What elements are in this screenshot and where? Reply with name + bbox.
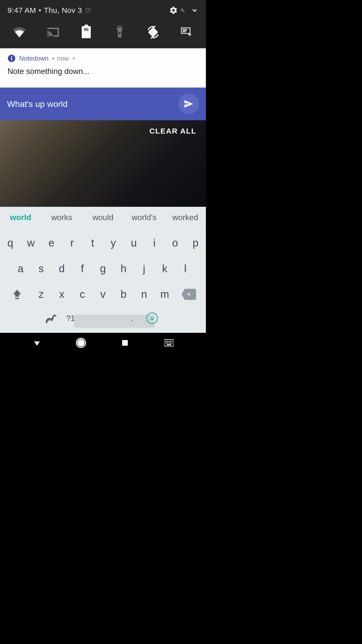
notification-header: Notedown • now bbox=[8, 54, 198, 62]
key-q[interactable]: q bbox=[0, 230, 21, 256]
key-g[interactable]: g bbox=[93, 256, 113, 281]
cast-tile[interactable] bbox=[45, 25, 60, 40]
wifi-tile[interactable] bbox=[12, 25, 27, 40]
keyboard-row-1: q w e r t y u i o p bbox=[0, 230, 206, 256]
notification-app-name: Notedown bbox=[19, 55, 49, 62]
settings-icon[interactable] bbox=[169, 6, 178, 15]
statusbar-time: 9:47 AM bbox=[8, 6, 36, 15]
suggestion-strip: world works would world's worked bbox=[0, 207, 206, 228]
wallpaper-area: CLEAR ALL bbox=[0, 120, 206, 207]
navigation-bar bbox=[0, 333, 206, 353]
key-m[interactable]: m bbox=[154, 281, 175, 307]
key-x[interactable]: x bbox=[52, 281, 72, 307]
statusbar-date: Thu, Nov 3 bbox=[44, 6, 82, 15]
svg-point-12 bbox=[11, 56, 12, 57]
key-w[interactable]: w bbox=[21, 230, 41, 256]
suggestion-4[interactable]: worked bbox=[165, 207, 206, 228]
svg-point-19 bbox=[78, 340, 84, 346]
gesture-key[interactable] bbox=[41, 307, 61, 329]
svg-rect-2 bbox=[119, 32, 120, 34]
key-l[interactable]: l bbox=[175, 256, 196, 281]
key-b[interactable]: b bbox=[113, 281, 134, 307]
key-f[interactable]: f bbox=[72, 256, 93, 281]
key-v[interactable]: v bbox=[93, 281, 113, 307]
suggestion-0[interactable]: world bbox=[0, 207, 41, 228]
notification-timestamp: now bbox=[57, 55, 69, 62]
key-e[interactable]: e bbox=[41, 230, 62, 256]
flashlight-tile[interactable] bbox=[112, 25, 127, 40]
quick-settings-row: 96 bbox=[0, 20, 206, 48]
svg-point-17 bbox=[153, 317, 154, 318]
info-icon bbox=[8, 54, 16, 62]
key-c[interactable]: c bbox=[72, 281, 93, 307]
svg-rect-22 bbox=[165, 341, 166, 342]
statusbar: 9:47 AM • Thu, Nov 3 bbox=[0, 2, 206, 20]
svg-rect-27 bbox=[165, 343, 166, 344]
key-y[interactable]: y bbox=[103, 230, 124, 256]
dot-separator: • bbox=[39, 6, 41, 15]
keyboard-row-4: ?123 , . bbox=[0, 307, 206, 333]
wrench-icon[interactable] bbox=[180, 8, 185, 13]
expand-shade-icon[interactable] bbox=[191, 7, 198, 14]
battery-percent: 96 bbox=[82, 27, 91, 32]
notification-shade: 9:47 AM • Thu, Nov 3 bbox=[0, 0, 206, 48]
backspace-key[interactable] bbox=[175, 281, 203, 307]
svg-rect-28 bbox=[167, 343, 168, 344]
suggestion-1[interactable]: works bbox=[41, 207, 82, 228]
key-i[interactable]: i bbox=[144, 230, 165, 256]
svg-rect-11 bbox=[11, 58, 12, 60]
reply-input[interactable]: What's up world bbox=[7, 99, 178, 109]
suggestion-3[interactable]: world's bbox=[123, 207, 165, 228]
nav-back-button[interactable] bbox=[31, 337, 43, 349]
key-n[interactable]: n bbox=[134, 281, 154, 307]
svg-rect-13 bbox=[15, 298, 19, 299]
spacebar-key[interactable] bbox=[104, 307, 125, 329]
key-a[interactable]: a bbox=[10, 256, 31, 281]
keyboard-row-3: z x c v b n m bbox=[0, 281, 206, 307]
nav-recents-button[interactable] bbox=[119, 337, 131, 349]
key-j[interactable]: j bbox=[134, 256, 154, 281]
key-s[interactable]: s bbox=[31, 256, 52, 281]
keyboard-row-2: a s d f g h j k l bbox=[0, 256, 206, 281]
svg-rect-31 bbox=[172, 343, 172, 344]
key-u[interactable]: u bbox=[123, 230, 144, 256]
key-r[interactable]: r bbox=[62, 230, 82, 256]
svg-rect-29 bbox=[168, 343, 169, 344]
collapse-icon[interactable] bbox=[71, 56, 76, 61]
reply-bar: What's up world bbox=[0, 88, 206, 120]
new-note-tile[interactable] bbox=[179, 25, 194, 40]
alarm-icon bbox=[85, 7, 92, 14]
key-z[interactable]: z bbox=[31, 281, 52, 307]
svg-point-16 bbox=[151, 317, 152, 318]
key-t[interactable]: t bbox=[82, 230, 103, 256]
key-p[interactable]: p bbox=[185, 230, 206, 256]
auto-rotate-tile[interactable] bbox=[146, 25, 161, 40]
nav-keyboard-switch-button[interactable] bbox=[163, 337, 175, 349]
suggestion-2[interactable]: would bbox=[82, 207, 124, 228]
nav-home-button[interactable] bbox=[75, 337, 87, 349]
keyboard: world works would world's worked q w e r… bbox=[0, 207, 206, 333]
shift-key[interactable] bbox=[3, 281, 31, 307]
svg-rect-23 bbox=[167, 341, 168, 342]
notification-body: Note something down... bbox=[8, 67, 198, 76]
svg-rect-25 bbox=[170, 341, 171, 342]
send-button[interactable] bbox=[178, 94, 199, 114]
period-key[interactable]: . bbox=[124, 307, 140, 329]
svg-rect-1 bbox=[117, 26, 122, 27]
key-d[interactable]: d bbox=[52, 256, 72, 281]
key-k[interactable]: k bbox=[154, 256, 175, 281]
svg-rect-24 bbox=[168, 341, 169, 342]
svg-rect-30 bbox=[170, 343, 171, 344]
svg-rect-26 bbox=[172, 341, 172, 342]
svg-rect-32 bbox=[167, 344, 171, 345]
key-h[interactable]: h bbox=[113, 256, 134, 281]
notification-card[interactable]: Notedown • now Note something down... bbox=[0, 48, 206, 88]
svg-rect-20 bbox=[122, 340, 128, 346]
emoji-key[interactable] bbox=[140, 307, 165, 329]
battery-tile[interactable]: 96 bbox=[79, 25, 94, 40]
clear-all-button[interactable]: CLEAR ALL bbox=[149, 127, 196, 135]
key-o[interactable]: o bbox=[165, 230, 185, 256]
